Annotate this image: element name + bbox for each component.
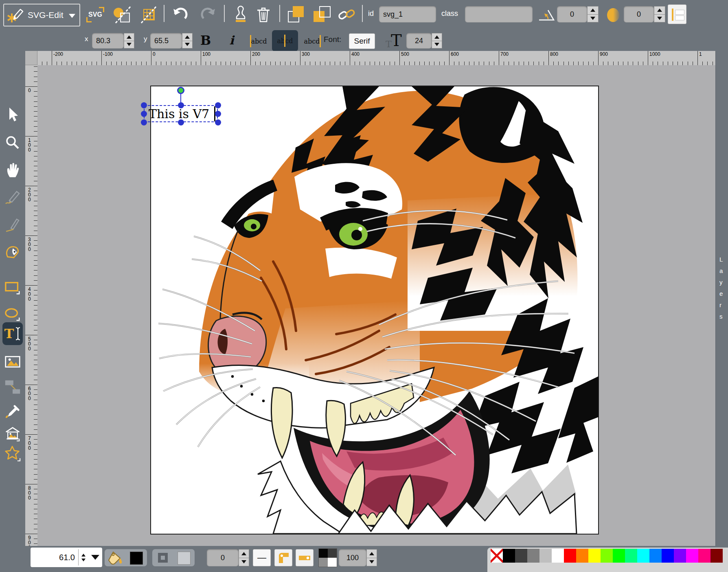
document-properties-button[interactable] <box>113 5 133 24</box>
palette-swatch[interactable] <box>588 549 601 563</box>
tool-path[interactable] <box>4 244 21 260</box>
palette-swatch[interactable] <box>674 549 686 563</box>
palette-swatch[interactable] <box>564 549 576 563</box>
x-spinner[interactable] <box>124 33 134 48</box>
delete-button[interactable] <box>254 5 272 24</box>
zoom-spinner[interactable] <box>79 548 88 567</box>
palette-swatch[interactable] <box>625 549 637 563</box>
stroke-color-button[interactable] <box>152 549 195 566</box>
bold-button[interactable]: B <box>197 32 214 49</box>
text-cursor-icon <box>15 327 21 341</box>
stroke-linejoin-button[interactable] <box>274 549 292 566</box>
y-spinner[interactable] <box>182 33 193 48</box>
preferences-grid-button[interactable] <box>140 6 158 24</box>
text-anchor-end-button[interactable]: abcd <box>301 33 322 50</box>
align-relative-button[interactable] <box>668 4 686 24</box>
doc-square-icon <box>120 13 130 22</box>
palette-swatch[interactable] <box>503 549 515 563</box>
make-link-button[interactable] <box>337 6 357 24</box>
selection-handle[interactable] <box>178 102 184 108</box>
x-input[interactable]: 80.3 <box>92 33 124 48</box>
tool-pencil[interactable] <box>4 189 21 205</box>
palette-swatch[interactable] <box>527 549 539 563</box>
opacity-spinner[interactable] <box>366 549 377 566</box>
tool-zoom[interactable] <box>4 134 21 151</box>
linecap-icon <box>298 551 311 565</box>
selection-handle[interactable] <box>141 102 147 108</box>
stroke-dash-select[interactable]: — <box>253 549 271 566</box>
palette-swatch[interactable] <box>552 549 564 563</box>
source-editor-button[interactable]: SVG <box>86 6 105 23</box>
stroke-width-spinner[interactable] <box>239 549 249 566</box>
zoom-dropdown-caret[interactable] <box>88 548 102 567</box>
class-input[interactable] <box>465 6 533 22</box>
rotate-grip[interactable] <box>177 87 184 94</box>
tool-rectangle[interactable] <box>4 280 21 296</box>
zoom-select[interactable]: 61.0 <box>31 548 102 567</box>
font-size-spinner[interactable] <box>432 33 442 48</box>
blur-icon <box>605 7 621 23</box>
tool-ellipse[interactable] <box>4 306 21 323</box>
tool-text-selected[interactable]: T <box>2 322 23 345</box>
tool-connector[interactable] <box>4 379 21 395</box>
text-anchor-middle-button[interactable]: abcd <box>272 30 298 51</box>
palette-swatch[interactable] <box>649 549 662 563</box>
italic-button[interactable]: i <box>225 32 239 49</box>
text-anchor-start-button[interactable]: abcd <box>248 33 270 50</box>
tool-star[interactable] <box>4 445 21 462</box>
stroke-linecap-button[interactable] <box>296 549 314 566</box>
tool-shape-library[interactable] <box>4 426 21 442</box>
undo-button[interactable] <box>171 6 189 24</box>
angle-spinner[interactable] <box>587 6 599 22</box>
tool-eyedropper[interactable] <box>4 404 21 420</box>
clone-button[interactable] <box>232 5 250 24</box>
selection-handle[interactable] <box>141 119 147 125</box>
palette-swatch[interactable] <box>539 549 552 563</box>
selection-handle[interactable] <box>215 119 221 125</box>
blur-input[interactable]: 0 <box>624 6 654 22</box>
palette-swatch[interactable] <box>662 549 674 563</box>
toolbar-divider <box>224 5 225 22</box>
palette-swatch[interactable] <box>515 549 527 563</box>
move-to-top-button[interactable] <box>287 6 306 23</box>
selected-text-element[interactable]: This is V7 <box>149 107 209 121</box>
y-input[interactable]: 65.5 <box>150 33 182 48</box>
blur-spinner[interactable] <box>654 6 665 22</box>
font-size-input[interactable]: 24 <box>406 33 432 48</box>
palette-swatch[interactable] <box>613 549 625 563</box>
selection-handle[interactable] <box>178 119 184 125</box>
tool-line[interactable] <box>4 217 21 233</box>
palette-swatch[interactable] <box>601 549 613 563</box>
fill-color-button[interactable] <box>105 549 147 566</box>
tool-select[interactable] <box>4 107 21 123</box>
pan-hand-icon <box>5 162 20 178</box>
selection-handle[interactable] <box>141 111 147 117</box>
layers-panel-tab[interactable]: Layers <box>715 51 728 546</box>
link-icon <box>338 6 356 23</box>
left-toolbar: T <box>0 51 25 546</box>
palette-swatch-none[interactable] <box>491 549 503 563</box>
palette-swatch[interactable] <box>576 549 588 563</box>
workspace[interactable]: This is V7 <box>37 65 715 546</box>
main-menu-button[interactable]: SVG-Edit <box>3 4 80 26</box>
tool-image[interactable] <box>4 354 21 370</box>
palette-swatch[interactable] <box>698 549 710 563</box>
tool-pan[interactable] <box>4 162 21 178</box>
stroke-width-input[interactable]: 0 <box>207 549 239 566</box>
tiger-artwork <box>151 86 598 534</box>
font-family-select[interactable]: Serif <box>349 33 375 49</box>
stamp-icon <box>232 6 249 24</box>
selection-handle[interactable] <box>215 102 221 108</box>
palette-swatch[interactable] <box>686 549 698 563</box>
redo-icon <box>200 6 217 23</box>
opacity-input[interactable]: 100 <box>339 549 366 566</box>
id-input[interactable]: svg_1 <box>379 6 436 22</box>
move-to-bottom-button[interactable] <box>313 6 331 23</box>
redo-button[interactable] <box>200 6 217 24</box>
palette-swatch[interactable] <box>710 549 723 563</box>
selection-handle[interactable] <box>215 111 221 117</box>
palette-swatch[interactable] <box>637 549 649 563</box>
angle-input[interactable]: 0 <box>557 6 587 22</box>
vertical-ruler: 0100200300400500600700800900 <box>25 65 38 546</box>
svg-canvas[interactable] <box>151 86 598 534</box>
